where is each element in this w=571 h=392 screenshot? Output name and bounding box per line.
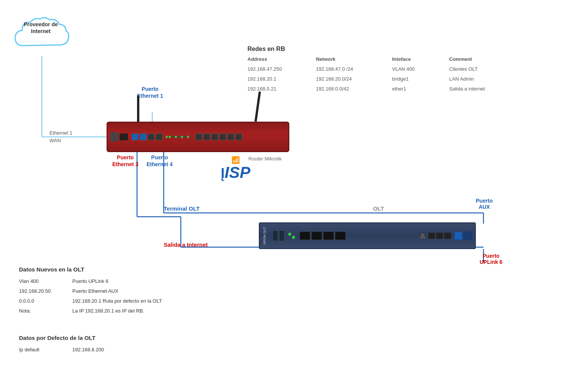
port-eth4-label: Puerto Ethernet 4	[147, 154, 172, 168]
olt-text-label: OLT	[373, 205, 384, 212]
redes-iface-2: bridge1	[392, 75, 449, 83]
port-eth3-label: Puerto Ethernet 3	[112, 154, 138, 168]
isp-logo: ĮISP	[221, 163, 250, 182]
router-port-eth3	[148, 133, 155, 140]
datos-row-3: Nota: La IP 192.168.20.1 es IP del RB.	[19, 307, 162, 315]
redes-header-network: Network	[316, 56, 392, 63]
datos-key-0: Vlan 400	[19, 277, 65, 286]
led-5	[178, 136, 180, 138]
puerto-uplink6-label: Puerto UPLink 6	[480, 253, 502, 265]
olt-sfp-2	[311, 232, 322, 240]
datos-row-1: 192.168.20.50 Puerto Ethernet AUX	[19, 287, 162, 295]
router-ports-group1	[132, 133, 163, 140]
redes-net-2: 192.168.20.0/24	[316, 75, 392, 83]
olt-sfp-3	[323, 232, 334, 240]
isp-wifi-icon: 📶	[231, 156, 240, 164]
olt-aux-port-1	[454, 232, 463, 240]
led-4	[175, 136, 177, 138]
olt-port-2	[279, 230, 284, 241]
datos-nuevos-title: Datos Nuevos en la OLT	[19, 266, 162, 273]
router-port-eth1	[132, 133, 139, 140]
redes-net-1: 192.168.47.0 /24	[316, 65, 392, 73]
olt-sfp-1	[300, 232, 310, 240]
router-usb-port	[110, 132, 118, 141]
datos-defecto-row-0: Ip default 192.168.8.200	[19, 346, 104, 354]
led-3	[172, 136, 174, 138]
olt-body: GPON OLT ⚠	[259, 222, 476, 249]
datos-row-2: 0.0.0.0 192.168.20.1 Ruta por defecto en…	[19, 297, 162, 305]
olt-aux-ports	[454, 232, 472, 240]
redes-net-3: 192.168.0.0/42	[316, 85, 392, 93]
redes-addr-3: 192.168.0.21	[247, 85, 316, 93]
olt-rj45-2	[436, 233, 443, 239]
datos-defecto-value-0: 192.168.8.200	[72, 346, 104, 354]
datos-value-0: Puerto UPLink 6	[72, 277, 108, 286]
router-port-eth7	[211, 133, 218, 140]
diagram-container: Proveedor de Internet Ethernet 1 WAN Pue…	[0, 0, 571, 392]
datos-nuevos-section: Datos Nuevos en la OLT Vlan 400 Puerto U…	[19, 266, 162, 317]
redes-comment-3: Salida a internet	[449, 85, 525, 93]
router-body	[107, 122, 289, 152]
led-2	[169, 136, 171, 138]
salida-internet-label: Salida a Internet	[164, 241, 208, 248]
olt-rj45-1	[428, 233, 435, 239]
redes-header-interface: Inteface	[392, 56, 449, 63]
router-port-eth10	[235, 133, 242, 140]
led-8	[187, 136, 189, 138]
redes-table: Redes en RB Address Network Inteface Com…	[247, 46, 525, 93]
led-1	[166, 136, 168, 138]
olt-device: GPON OLT ⚠	[259, 222, 476, 249]
datos-row-0: Vlan 400 Puerto UPLink 6	[19, 277, 162, 286]
ethernet1-wan-label: Ethernet 1 WAN	[49, 129, 72, 144]
redes-grid: Address Network Inteface Comment 192.168…	[247, 56, 525, 93]
redes-title: Redes en RB	[247, 46, 525, 52]
redes-header-address: Address	[247, 56, 316, 63]
router-port-eth9	[227, 133, 234, 140]
router-port-eth6	[203, 133, 210, 140]
olt-aux-port-2	[464, 232, 472, 240]
redes-comment-1: Clientes OLT	[449, 65, 525, 73]
datos-value-3: La IP 192.168.20.1 es IP del RB.	[72, 307, 144, 315]
datos-value-2: 192.168.20.1 Ruta por defecto en la OLT	[72, 297, 162, 305]
cloud-label: Proveedor de Internet	[16, 21, 65, 35]
router-port-eth2	[140, 133, 147, 140]
antenna-left	[137, 95, 139, 122]
terminal-olt-label: Terminal OLT	[164, 205, 199, 212]
datos-defecto-section: Datos por Defecto de la OLT Ip default 1…	[19, 335, 104, 355]
datos-key-3: Nota:	[19, 307, 65, 315]
redes-comment-2: LAN Admin	[449, 75, 525, 83]
router-port-eth8	[219, 133, 226, 140]
router-sfp-port	[120, 133, 128, 140]
olt-port-1	[273, 230, 278, 241]
router-port-eth5	[195, 133, 202, 140]
router-port-eth4	[156, 133, 163, 140]
olt-rj45-3	[444, 233, 451, 239]
datos-value-1: Puerto Ethernet AUX	[72, 287, 118, 295]
led-6	[181, 136, 183, 138]
datos-key-1: 192.168.20.50	[19, 287, 65, 295]
olt-front-label: GPON OLT	[263, 227, 266, 244]
redes-iface-1: VLAN 400	[392, 65, 449, 73]
router-ports-group2	[195, 133, 242, 140]
datos-defecto-title: Datos por Defecto de la OLT	[19, 335, 104, 341]
olt-sfp-4	[335, 232, 346, 240]
puerto-aux-label: Puerto AUX	[476, 198, 493, 210]
datos-defecto-key-0: Ip default	[19, 346, 65, 354]
port-eth1-label: Puerto Ethernet 1	[137, 86, 163, 99]
router-mikrotik: Router Mikrotik	[107, 122, 289, 152]
router-label: Router Mikrotik	[249, 156, 282, 162]
redes-addr-2: 192.168.20.1	[247, 75, 316, 83]
router-leds	[166, 136, 189, 138]
redes-iface-3: ether1	[392, 85, 449, 93]
redes-header-comment: Comment	[449, 56, 525, 63]
olt-warning-icon: ⚠	[420, 232, 425, 240]
led-7	[184, 136, 186, 138]
antenna-right	[254, 91, 261, 122]
redes-addr-1: 192.168.47.250	[247, 65, 316, 73]
olt-rj45-group	[428, 233, 451, 239]
datos-key-2: 0.0.0.0	[19, 297, 65, 305]
